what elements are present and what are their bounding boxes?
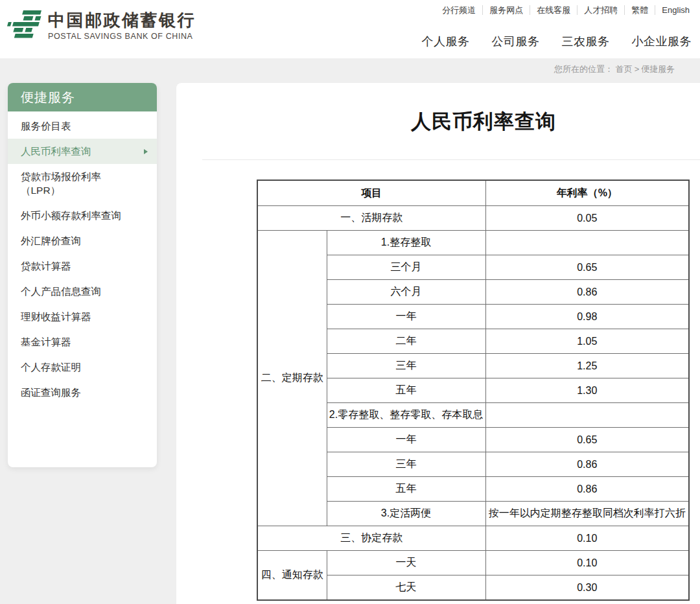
site-header: 中国邮政储蓄银行 POSTAL SAVINGS BANK OF CHINA 分行…	[0, 0, 700, 58]
rate-table-row: 四、通知存款一天0.10	[257, 551, 689, 575]
rate-table-cell: 0.10	[485, 551, 689, 575]
rate-table-cell: 0.05	[485, 206, 689, 231]
rate-table-cell: 2.零存整取、整存零取、存本取息	[327, 403, 485, 428]
utility-link[interactable]: 分行频道	[436, 5, 482, 15]
active-item-arrow-icon	[144, 149, 148, 154]
breadcrumb-separator: >	[633, 64, 642, 74]
rate-table-cell: 0.98	[485, 305, 689, 329]
rate-table-cell: 四、通知存款	[257, 551, 327, 601]
breadcrumb: 您所在的位置： 首页>便捷服务	[554, 64, 675, 75]
rate-table-cell: 0.86	[485, 452, 689, 477]
rate-table-cell: 0.86	[485, 477, 689, 502]
rate-table-cell: 七天	[327, 575, 485, 601]
utility-link[interactable]: 在线客服	[530, 5, 577, 15]
rate-table-cell: 0.65	[485, 255, 689, 280]
rate-table-cell: 1.25	[485, 354, 689, 378]
main-content-panel: 人民币利率查询 项目年利率（%） 一、活期存款0.05二、定期存款1.整存整取三…	[176, 83, 700, 604]
rate-table-row: 二、定期存款1.整存整取	[257, 231, 689, 255]
main-nav: 个人服务公司服务三农服务小企业服务	[422, 34, 692, 49]
sidebar-item[interactable]: 贷款计算器	[8, 253, 157, 279]
rate-table-cell: 二、定期存款	[257, 231, 327, 526]
rate-table-cell: 五年	[327, 378, 485, 403]
bank-logo[interactable]: 中国邮政储蓄银行 POSTAL SAVINGS BANK OF CHINA	[6, 6, 196, 44]
utility-link[interactable]: 人才招聘	[577, 5, 624, 15]
page-title: 人民币利率查询	[176, 108, 700, 136]
rate-table-cell: 1.整存整取	[327, 231, 485, 255]
bank-name-cn: 中国邮政储蓄银行	[48, 10, 196, 30]
main-nav-link[interactable]: 个人服务	[422, 34, 470, 49]
rate-table-header-row: 项目年利率（%）	[257, 180, 689, 206]
rate-table-body: 一、活期存款0.05二、定期存款1.整存整取三个月0.65六个月0.86一年0.…	[257, 206, 689, 601]
rate-table-row: 一、活期存款0.05	[257, 206, 689, 231]
rate-table-header-cell: 年利率（%）	[485, 180, 689, 206]
sidebar-item[interactable]: 服务价目表	[8, 113, 157, 139]
utility-link[interactable]: English	[655, 5, 691, 15]
rate-table-cell: 0.10	[485, 526, 689, 551]
sidebar-item[interactable]: 外汇牌价查询	[8, 228, 157, 253]
main-nav-link[interactable]: 小企业服务	[632, 34, 692, 49]
rate-table-cell	[485, 231, 689, 255]
rate-table-cell: 五年	[327, 477, 485, 502]
rate-table-cell: 一天	[327, 551, 485, 575]
bank-emblem-icon	[6, 6, 43, 44]
rate-table-cell: 六个月	[327, 280, 485, 305]
main-nav-link[interactable]: 公司服务	[492, 34, 540, 49]
main-nav-link[interactable]: 三农服务	[562, 34, 610, 49]
rate-table-cell	[485, 403, 689, 428]
utility-nav: 分行频道服务网点在线客服人才招聘繁體English	[436, 5, 691, 15]
sidebar-item[interactable]: 个人产品信息查询	[8, 279, 157, 304]
rate-table: 项目年利率（%） 一、活期存款0.05二、定期存款1.整存整取三个月0.65六个…	[257, 180, 690, 601]
rate-table-row: 三、协定存款0.10	[257, 526, 689, 551]
rate-table-header-cell: 项目	[257, 180, 485, 206]
rate-table-cell: 按一年以内定期整存整取同档次利率打六折	[485, 502, 689, 526]
rate-table-cell: 一年	[327, 428, 485, 452]
rate-table-cell: 三年	[327, 354, 485, 378]
sidebar-title: 便捷服务	[8, 83, 157, 111]
rate-table-cell: 一、活期存款	[257, 206, 485, 231]
sidebar-item[interactable]: 贷款市场报价利率 （LPR）	[8, 164, 157, 203]
breadcrumb-prefix: 您所在的位置：	[554, 64, 613, 74]
utility-link[interactable]: 繁體	[624, 5, 655, 15]
sidebar-item[interactable]: 人民币利率查询	[8, 139, 157, 164]
rate-table-cell: 三、协定存款	[257, 526, 485, 551]
utility-link[interactable]: 服务网点	[482, 5, 530, 15]
rate-table-cell: 三年	[327, 452, 485, 477]
title-divider	[202, 159, 700, 160]
sidebar-item[interactable]: 理财收益计算器	[8, 304, 157, 329]
rate-table-cell: 0.30	[485, 575, 689, 601]
sidebar: 便捷服务 服务价目表人民币利率查询贷款市场报价利率 （LPR）外币小额存款利率查…	[8, 83, 157, 467]
breadcrumb-item[interactable]: 便捷服务	[641, 64, 675, 74]
sidebar-item[interactable]: 个人存款证明	[8, 354, 157, 380]
sidebar-item[interactable]: 函证查询服务	[8, 380, 157, 405]
rate-table-cell: 三个月	[327, 255, 485, 280]
rate-table-cell: 1.05	[485, 329, 689, 354]
rate-table-cell: 1.30	[485, 378, 689, 403]
sidebar-item[interactable]: 基金计算器	[8, 329, 157, 354]
rate-table-head: 项目年利率（%）	[257, 180, 689, 206]
rate-table-cell: 二年	[327, 329, 485, 354]
rate-table-cell: 3.定活两便	[327, 502, 485, 526]
rate-table-cell: 一年	[327, 305, 485, 329]
rate-table-cell: 0.86	[485, 280, 689, 305]
bank-name-en: POSTAL SAVINGS BANK OF CHINA	[48, 32, 196, 41]
sidebar-menu: 服务价目表人民币利率查询贷款市场报价利率 （LPR）外币小额存款利率查询外汇牌价…	[8, 111, 157, 405]
rate-table-cell: 0.65	[485, 428, 689, 452]
breadcrumb-item[interactable]: 首页	[616, 64, 633, 74]
sidebar-item[interactable]: 外币小额存款利率查询	[8, 203, 157, 228]
